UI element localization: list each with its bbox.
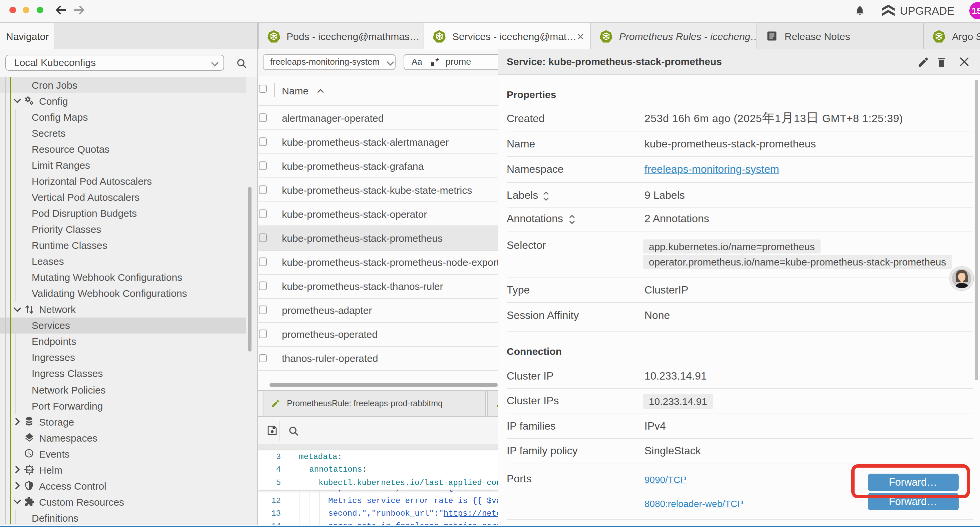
svg-text:*: * (435, 57, 439, 67)
svg-text:HELM: HELM (26, 469, 33, 471)
